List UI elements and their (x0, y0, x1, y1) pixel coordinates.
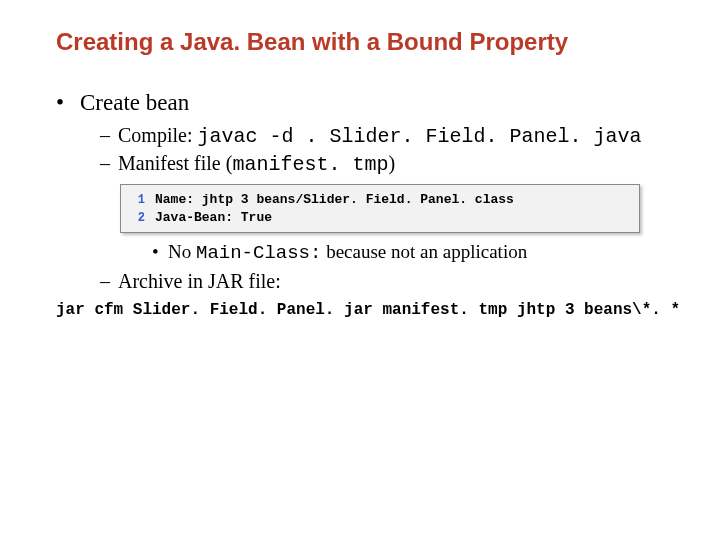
jar-command: jar cfm Slider. Field. Panel. jar manife… (56, 301, 680, 319)
bullet-manifest: Manifest file (manifest. tmp) (100, 152, 680, 176)
slide: Creating a Java. Bean with a Bound Prope… (0, 0, 720, 319)
code-line: 2 Java-Bean: True (127, 210, 633, 225)
main-class-code: Main-Class: (196, 242, 321, 264)
slide-title: Creating a Java. Bean with a Bound Prope… (56, 28, 680, 56)
bullet-create-bean: Create bean (56, 90, 680, 116)
compile-command: javac -d . Slider. Field. Panel. java (197, 125, 641, 148)
manifest-suffix: ) (388, 152, 395, 174)
manifest-filename: manifest. tmp (232, 153, 388, 176)
code-box: 1 Name: jhtp 3 beans/Slider. Field. Pane… (120, 184, 640, 233)
no-main-prefix: No (168, 241, 196, 262)
compile-label: Compile: (118, 124, 197, 146)
code-line: 1 Name: jhtp 3 beans/Slider. Field. Pane… (127, 192, 633, 207)
line-number: 1 (127, 193, 145, 207)
bullet-no-main-class: No Main-Class: because not an applicatio… (152, 241, 680, 264)
line-number: 2 (127, 211, 145, 225)
code-text: Name: jhtp 3 beans/Slider. Field. Panel.… (155, 192, 514, 207)
no-main-suffix: because not an application (321, 241, 527, 262)
manifest-label: Manifest file ( (118, 152, 232, 174)
bullet-compile: Compile: javac -d . Slider. Field. Panel… (100, 124, 680, 148)
code-text: Java-Bean: True (155, 210, 272, 225)
bullet-archive: Archive in JAR file: (100, 270, 680, 293)
